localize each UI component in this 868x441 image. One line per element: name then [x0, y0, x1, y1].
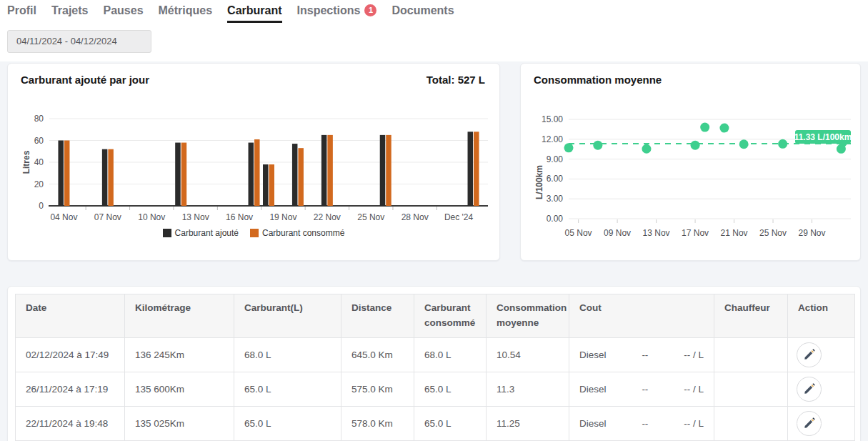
tab-bar: ProfilTrajetsPausesMétriquesCarburantIns…	[7, 4, 454, 23]
cell-distance: 645.0 Km	[341, 337, 414, 372]
svg-text:11.33 L/100km: 11.33 L/100km	[794, 132, 852, 142]
consumption-chart-title: Consommation moyenne	[534, 74, 662, 86]
cell-fuel-consumed: 65.0 L	[414, 372, 487, 406]
pencil-icon	[803, 417, 816, 430]
svg-text:Dec '24: Dec '24	[444, 212, 474, 222]
cell-cost: Diesel---- / L	[569, 406, 714, 440]
column-header-consumed: Carburant consommé	[414, 294, 487, 338]
column-header-action: Action	[788, 294, 855, 338]
tab-documents[interactable]: Documents	[391, 4, 454, 23]
cell-date: 26/11/2024 à 17:19	[16, 372, 125, 406]
cell-date: 02/12/2024 à 17:49	[16, 337, 125, 372]
tab-label: Documents	[391, 4, 454, 17]
cell-distance: 578.0 Km	[341, 406, 414, 440]
tab-metriques[interactable]: Métriques	[159, 4, 213, 23]
cell-fuel-consumed: 68.0 L	[414, 337, 487, 372]
cell-fuel-quantity: 68.0 L	[234, 337, 341, 372]
svg-text:04 Nov: 04 Nov	[50, 212, 77, 222]
fuel-total-label: Total: 527 L	[426, 74, 485, 86]
cell-fuel-consumed: 65.0 L	[414, 406, 487, 440]
legend-label: Carburant consommé	[262, 228, 344, 238]
cell-cost: Diesel---- / L	[569, 337, 714, 372]
cell-avg-consumption: 11.3	[487, 372, 569, 406]
column-header-date: Date	[16, 294, 125, 338]
svg-text:21 Nov: 21 Nov	[721, 228, 748, 238]
svg-text:05 Nov: 05 Nov	[565, 228, 592, 238]
fuel-chart-legend: Carburant ajoutéCarburant consommé	[8, 228, 499, 238]
legend-item: Carburant consommé	[250, 228, 344, 238]
cell-distance: 575.0 Km	[341, 372, 414, 406]
tab-inspections[interactable]: Inspections1	[297, 4, 377, 23]
svg-text:13 Nov: 13 Nov	[643, 228, 670, 238]
consumption-card: Consommation moyenne 0.003.006.009.0012.…	[520, 63, 861, 261]
cell-fuel-quantity: 65.0 L	[234, 372, 341, 406]
tab-label: Métriques	[159, 4, 213, 17]
tab-label: Trajets	[51, 4, 89, 17]
cell-odometer: 135 600Km	[125, 372, 234, 406]
pencil-icon	[803, 348, 816, 361]
tab-profil[interactable]: Profil	[7, 4, 36, 23]
inspections-count-badge: 1	[364, 4, 376, 16]
consumption-card-header: Consommation moyenne	[534, 74, 846, 86]
svg-text:16 Nov: 16 Nov	[226, 212, 253, 222]
svg-text:19 Nov: 19 Nov	[269, 212, 296, 222]
table-row: 22/11/2024 à 19:48135 025Km65.0 L578.0 K…	[16, 406, 855, 440]
fuel-added-card: Carburant ajouté par jour Total: 527 L 0…	[7, 63, 500, 261]
cost-fuel-type: Diesel	[579, 384, 607, 395]
tab-label: Inspections	[297, 4, 361, 17]
svg-text:10 Nov: 10 Nov	[138, 212, 165, 222]
svg-text:09 Nov: 09 Nov	[604, 228, 631, 238]
cell-fuel-quantity: 65.0 L	[234, 406, 341, 440]
column-header-fuel: Carburant(L)	[234, 294, 341, 338]
cell-avg-consumption: 10.54	[487, 337, 569, 372]
consumption-scatter-chart[interactable]: 0.003.006.009.0012.0015.0005 Nov09 Nov13…	[521, 98, 862, 244]
cell-chauffeur	[714, 372, 788, 406]
svg-text:L/100km: L/100km	[534, 165, 544, 199]
svg-text:07 Nov: 07 Nov	[94, 212, 121, 222]
legend-swatch-icon	[163, 229, 171, 237]
table-row: 26/11/2024 à 17:19135 600Km65.0 L575.0 K…	[16, 372, 855, 406]
cost-per-liter: -- / L	[684, 350, 704, 360]
cell-date: 22/11/2024 à 19:48	[16, 406, 125, 440]
column-header-distance: Distance	[341, 294, 414, 338]
column-header-avg: Consommation moyenne	[487, 294, 569, 338]
edit-fuel-entry-button[interactable]	[797, 377, 822, 402]
cost-fuel-type: Diesel	[579, 418, 607, 429]
column-header-chauffeur: Chauffeur	[714, 294, 788, 338]
tab-label: Profil	[7, 4, 36, 17]
svg-text:0: 0	[39, 201, 44, 211]
svg-text:6.00: 6.00	[547, 174, 564, 184]
cell-action	[788, 337, 855, 372]
cost-per-liter: -- / L	[684, 384, 704, 395]
tab-pauses[interactable]: Pauses	[103, 4, 143, 23]
svg-text:25 Nov: 25 Nov	[759, 228, 787, 238]
svg-text:28 Nov: 28 Nov	[401, 212, 429, 222]
legend-label: Carburant ajouté	[175, 228, 239, 238]
svg-text:80: 80	[34, 114, 44, 124]
svg-text:15.00: 15.00	[542, 114, 563, 124]
fuel-log-card: DateKilométrageCarburant(L)DistanceCarbu…	[7, 286, 861, 441]
edit-fuel-entry-button[interactable]	[797, 411, 822, 436]
svg-text:40: 40	[34, 157, 44, 167]
legend-swatch-icon	[250, 229, 259, 237]
svg-text:17 Nov: 17 Nov	[682, 228, 709, 238]
cost-price: --	[642, 418, 648, 429]
svg-text:9.00: 9.00	[547, 154, 564, 164]
tab-label: Carburant	[227, 4, 281, 17]
cell-chauffeur	[714, 337, 788, 372]
tab-carburant[interactable]: Carburant	[227, 4, 281, 23]
fuel-card-header: Carburant ajouté par jour Total: 527 L	[21, 74, 485, 86]
date-range-picker[interactable]: 04/11/2024 - 04/12/2024	[7, 30, 151, 53]
cell-action	[788, 372, 855, 406]
svg-text:13 Nov: 13 Nov	[182, 212, 209, 222]
fuel-log-table: DateKilométrageCarburant(L)DistanceCarbu…	[15, 294, 855, 441]
legend-item: Carburant ajouté	[163, 228, 239, 238]
tab-trajets[interactable]: Trajets	[51, 4, 89, 23]
svg-text:22 Nov: 22 Nov	[314, 212, 341, 222]
cell-cost: Diesel---- / L	[569, 372, 714, 406]
table-row: 02/12/2024 à 17:49136 245Km68.0 L645.0 K…	[16, 337, 855, 372]
fuel-bar-chart[interactable]: 02040608004 Nov07 Nov10 Nov13 Nov16 Nov1…	[8, 98, 501, 228]
cell-avg-consumption: 11.25	[487, 406, 569, 440]
edit-fuel-entry-button[interactable]	[797, 342, 822, 367]
svg-text:0.00: 0.00	[547, 214, 564, 224]
